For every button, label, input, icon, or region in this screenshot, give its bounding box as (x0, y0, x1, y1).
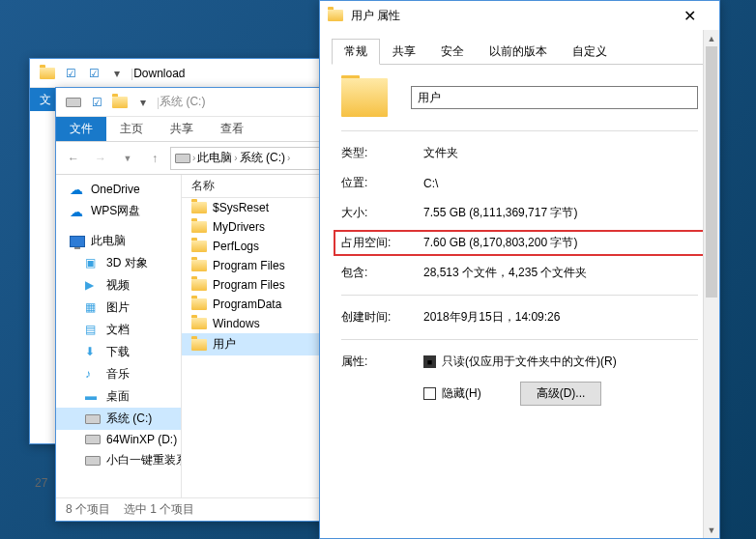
tree-item-downloads[interactable]: ⬇下载 (56, 341, 181, 363)
disk-icon (85, 456, 101, 466)
tab-security[interactable]: 安全 (428, 39, 477, 65)
checkbox-icon[interactable]: ☑ (61, 64, 80, 83)
readonly-checkbox[interactable]: ■只读(仅应用于文件夹中的文件)(R) (423, 354, 698, 370)
tree-item-docs[interactable]: ▤文档 (56, 319, 181, 341)
folder-icon (191, 298, 207, 310)
tab-file[interactable]: 文件 (56, 117, 106, 141)
scroll-down-icon[interactable]: ▼ (704, 522, 719, 538)
tab-previous[interactable]: 以前的版本 (477, 39, 560, 65)
folder-icon (191, 318, 207, 329)
recent-dropdown[interactable]: ▼ (116, 147, 139, 170)
folder-large-icon (341, 78, 388, 117)
value-size: 7.55 GB (8,111,369,717 字节) (423, 205, 698, 221)
cube-icon: ▣ (85, 256, 101, 271)
value-type: 文件夹 (423, 145, 698, 161)
tree-item-desktop[interactable]: ▬桌面 (56, 385, 181, 408)
folder-icon[interactable] (110, 93, 130, 112)
image-icon: ▦ (85, 300, 101, 316)
value-created: 2018年9月15日，14:09:26 (423, 309, 698, 326)
folder-icon (191, 339, 207, 351)
disk-icon (85, 414, 101, 424)
folder-icon (328, 10, 343, 21)
back-button[interactable]: ← (62, 147, 85, 170)
tree-item-ddrive[interactable]: 64WinXP (D:) (56, 430, 181, 449)
checkbox-icon: ■ (423, 355, 436, 368)
folder-icon (38, 64, 57, 83)
nav-tree[interactable]: ☁OneDrive ☁WPS网盘 此电脑 ▣3D 对象 ▶视频 ▦图片 ▤文档 … (56, 175, 182, 497)
scroll-thumb[interactable] (706, 46, 717, 298)
label-location: 位置: (341, 175, 423, 191)
hidden-checkbox[interactable]: 隐藏(H) (423, 385, 481, 402)
tree-item-wps[interactable]: ☁WPS网盘 (56, 200, 181, 222)
titlebar[interactable]: 用户 属性 ✕ (320, 1, 719, 30)
tree-item-cdrive[interactable]: 系统 (C:) (56, 408, 181, 430)
label-attributes: 属性: (341, 354, 423, 370)
disk-icon (175, 154, 190, 163)
selection-count: 选中 1 个项目 (124, 501, 194, 518)
folder-icon (191, 241, 207, 252)
tree-item-video[interactable]: ▶视频 (56, 274, 181, 297)
folder-icon (191, 260, 207, 271)
tab-general[interactable]: 常规 (332, 39, 380, 65)
value-location: C:\ (423, 177, 698, 190)
tab-customize[interactable]: 自定义 (560, 39, 620, 65)
tree-item-pc[interactable]: 此电脑 (56, 230, 181, 252)
item-count: 8 个项目 (66, 501, 110, 518)
video-icon: ▶ (85, 278, 101, 294)
tab-sharing[interactable]: 共享 (380, 39, 428, 65)
music-icon: ♪ (85, 367, 101, 383)
folder-icon (191, 279, 207, 291)
dialog-title: 用户 属性 (351, 8, 668, 24)
disk-icon (85, 435, 101, 444)
tab-strip: 常规 共享 安全 以前的版本 自定义 (332, 38, 708, 65)
value-size-on-disk: 7.60 GB (8,170,803,200 字节) (423, 235, 698, 251)
dropdown-icon[interactable]: ▾ (107, 64, 127, 83)
label-size-on-disk: 占用空间: (341, 235, 423, 251)
close-button[interactable]: ✕ (668, 2, 712, 29)
item-count-partial: 27 (35, 476, 47, 490)
vertical-scrollbar[interactable]: ▲ ▼ (703, 30, 719, 538)
label-type: 类型: (341, 145, 423, 161)
tree-item-pics[interactable]: ▦图片 (56, 297, 181, 319)
checkbox-icon[interactable]: ☑ (87, 93, 106, 112)
label-created: 创建时间: (341, 309, 423, 326)
disk-icon (64, 93, 83, 112)
tree-item-reinstall[interactable]: 小白一键重装系 (56, 449, 181, 471)
checkbox-icon[interactable]: ☑ (84, 64, 103, 83)
tab-view[interactable]: 查看 (207, 117, 257, 141)
advanced-button[interactable]: 高级(D)... (520, 382, 602, 406)
chevron-right-icon[interactable]: › (287, 153, 290, 163)
value-contains: 28,513 个文件，4,235 个文件夹 (423, 265, 698, 281)
checkbox-icon (423, 387, 436, 400)
breadcrumb-segment[interactable]: 此电脑 (197, 150, 232, 166)
folder-name-input[interactable] (411, 86, 698, 109)
cloud-icon: ☁ (70, 182, 85, 197)
breadcrumb-segment[interactable]: 系统 (C:) (240, 150, 285, 166)
cloud-icon: ☁ (70, 204, 85, 219)
doc-icon: ▤ (85, 323, 101, 338)
tree-item-music[interactable]: ♪音乐 (56, 363, 181, 385)
tab-home[interactable]: 主页 (106, 117, 157, 141)
download-icon: ⬇ (85, 345, 101, 360)
dropdown-icon[interactable]: ▾ (133, 93, 153, 112)
scroll-up-icon[interactable]: ▲ (704, 30, 719, 46)
chevron-right-icon[interactable]: › (192, 153, 195, 163)
tab-share[interactable]: 共享 (157, 117, 207, 141)
label-contains: 包含: (341, 265, 423, 281)
label-size: 大小: (341, 205, 423, 221)
folder-icon (191, 202, 207, 213)
properties-dialog: 用户 属性 ✕ 常规 共享 安全 以前的版本 自定义 类型:文件夹 位置:C:\… (319, 0, 720, 539)
folder-icon (191, 221, 207, 233)
up-button[interactable]: ↑ (143, 147, 166, 170)
pc-icon (70, 236, 85, 247)
desktop-icon: ▬ (85, 389, 101, 405)
chevron-right-icon[interactable]: › (234, 153, 237, 163)
tree-item-3d[interactable]: ▣3D 对象 (56, 252, 181, 274)
forward-button[interactable]: → (89, 147, 112, 170)
tree-item-onedrive[interactable]: ☁OneDrive (56, 179, 181, 200)
